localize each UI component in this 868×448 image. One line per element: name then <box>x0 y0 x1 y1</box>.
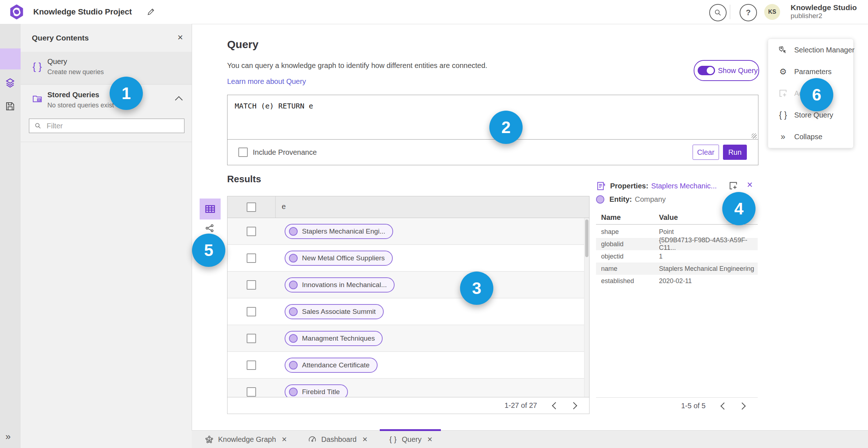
table-row[interactable]: Firebird Title <box>227 379 589 397</box>
property-row: established 2020-02-11 <box>596 275 758 287</box>
table-row[interactable]: Sales Associate Summit <box>227 298 589 325</box>
next-page-icon[interactable] <box>570 402 577 409</box>
properties-name-header: Name <box>601 213 621 222</box>
properties-entity-link[interactable]: Staplers Mechanic... <box>651 182 717 190</box>
close-tab-icon[interactable]: × <box>282 434 287 444</box>
results-table-body: Staplers Mechanical Engi... New Metal Of… <box>227 218 589 397</box>
results-table-header: e <box>227 196 589 218</box>
app-logo-icon[interactable] <box>9 4 24 20</box>
toggle-knob <box>707 67 714 74</box>
column-separator <box>275 196 276 218</box>
toggle-switch[interactable] <box>698 66 715 75</box>
menu-item-collapse[interactable]: » Collapse <box>768 126 853 148</box>
tab-query[interactable]: { } Query × <box>381 431 439 448</box>
query-item-label: Query <box>47 57 67 66</box>
entity-dot-icon <box>289 227 298 236</box>
column-header-e: e <box>282 202 286 211</box>
query-item-description: Create new queries <box>47 68 104 76</box>
close-tab-icon[interactable]: × <box>362 434 367 444</box>
include-provenance-option[interactable]: Include Provenance <box>238 148 317 157</box>
add-to-selection-icon[interactable] <box>728 181 738 191</box>
filter-input[interactable] <box>46 121 184 131</box>
next-page-icon[interactable] <box>739 402 746 410</box>
close-tab-icon[interactable]: × <box>427 434 432 444</box>
table-view-button[interactable] <box>200 199 221 219</box>
clear-button[interactable]: Clear <box>693 145 719 160</box>
user-avatar[interactable]: KS <box>764 4 780 20</box>
annotation-badge-2: 2 <box>489 111 523 144</box>
previous-page-icon[interactable] <box>552 402 559 409</box>
layers-icon[interactable] <box>5 77 16 88</box>
entity-dot-icon <box>596 195 604 204</box>
filter-field <box>29 119 184 133</box>
include-provenance-checkbox[interactable] <box>238 148 248 157</box>
scrollbar-thumb[interactable] <box>585 219 588 257</box>
results-table: e Staplers Mechanical Engi... New Metal … <box>227 196 590 414</box>
select-all-checkbox[interactable] <box>247 202 256 212</box>
sidebar-item-stored-queries[interactable]: Stored Queries No stored queries exist <box>21 84 192 118</box>
chevron-up-icon[interactable] <box>175 96 183 104</box>
topbar-divider <box>730 5 730 19</box>
save-icon[interactable] <box>5 101 16 112</box>
results-range: 1-27 of 27 <box>505 401 537 410</box>
query-editor-footer: Include Provenance Clear Run <box>227 140 758 165</box>
row-checkbox[interactable] <box>247 387 256 397</box>
entity-pill[interactable]: Attendance Certificate <box>285 358 378 373</box>
row-checkbox[interactable] <box>247 334 256 343</box>
row-checkbox[interactable] <box>247 280 256 290</box>
entity-dot-icon <box>289 281 298 289</box>
contents-panel-header: Query Contents × <box>21 24 192 52</box>
run-button[interactable]: Run <box>723 145 747 160</box>
entity-pill[interactable]: Sales Associate Summit <box>285 304 384 319</box>
show-query-toggle[interactable]: Show Query <box>694 60 759 81</box>
tab-dashboard[interactable]: Dashboard × <box>301 431 375 448</box>
project-title: Knowledge Studio Project <box>33 0 132 24</box>
properties-close-icon[interactable]: × <box>747 179 753 191</box>
property-row: objectid 1 <box>596 250 758 263</box>
results-scrollbar[interactable] <box>584 218 589 397</box>
panel-divider <box>21 142 192 142</box>
resize-handle[interactable] <box>752 133 757 138</box>
table-row[interactable]: Attendance Certificate <box>227 352 589 379</box>
gear-icon: ⚙ <box>778 67 788 76</box>
previous-page-icon[interactable] <box>720 402 728 410</box>
top-bar: Knowledge Studio Project ? KS Knowledge … <box>0 0 868 24</box>
entity-pill[interactable]: Managment Techniques <box>285 331 383 346</box>
properties-label: Properties: <box>610 182 648 190</box>
bottom-tab-bar: Knowledge Graph × Dashboard × { } Query … <box>192 430 868 448</box>
knowledge-studio-app: Knowledge Studio Project ? KS Knowledge … <box>0 0 868 448</box>
row-checkbox[interactable] <box>247 360 256 370</box>
search-button[interactable] <box>709 4 727 21</box>
table-row[interactable]: New Metal Office Suppliers <box>227 245 589 272</box>
menu-item-selection-manager[interactable]: Selection Manager <box>768 39 853 61</box>
help-button[interactable]: ? <box>740 4 757 21</box>
graph-view-icon[interactable] <box>205 223 215 233</box>
row-checkbox[interactable] <box>247 253 256 263</box>
entity-pill[interactable]: New Metal Office Suppliers <box>285 251 393 266</box>
edit-title-icon[interactable] <box>146 8 155 16</box>
entity-dot-icon <box>289 361 298 370</box>
entity-label: Entity: <box>609 195 632 204</box>
entity-pill[interactable]: Firebird Title <box>285 384 348 397</box>
row-checkbox[interactable] <box>247 227 256 236</box>
results-heading: Results <box>227 174 261 185</box>
table-row[interactable]: Staplers Mechanical Engi... <box>227 218 589 245</box>
properties-range: 1-5 of 5 <box>681 402 706 410</box>
contents-panel-close-icon[interactable]: × <box>178 32 183 43</box>
avatar-initials: KS <box>768 9 776 15</box>
user-block[interactable]: Knowledge Studio publisher2 <box>791 3 857 20</box>
entity-pill[interactable]: Innovations in Mechanical... <box>285 277 395 293</box>
left-rail: » <box>0 24 21 448</box>
learn-more-link[interactable]: Learn more about Query <box>227 77 306 86</box>
query-description: You can query a knowledge graph to ident… <box>227 61 487 70</box>
include-provenance-label: Include Provenance <box>253 148 317 157</box>
table-row[interactable]: Managment Techniques <box>227 325 589 352</box>
sidebar-item-query[interactable]: { } Query Create new queries <box>21 52 192 85</box>
tab-knowledge-graph[interactable]: Knowledge Graph × <box>197 431 294 448</box>
entity-pill[interactable]: Staplers Mechanical Engi... <box>285 224 393 239</box>
row-checkbox[interactable] <box>247 307 256 316</box>
table-row[interactable]: Innovations in Mechanical... <box>227 272 589 298</box>
help-icon: ? <box>746 8 750 17</box>
expand-rail-icon[interactable]: » <box>5 431 10 442</box>
query-contents-panel: Query Contents × { } Query Create new qu… <box>21 24 192 448</box>
